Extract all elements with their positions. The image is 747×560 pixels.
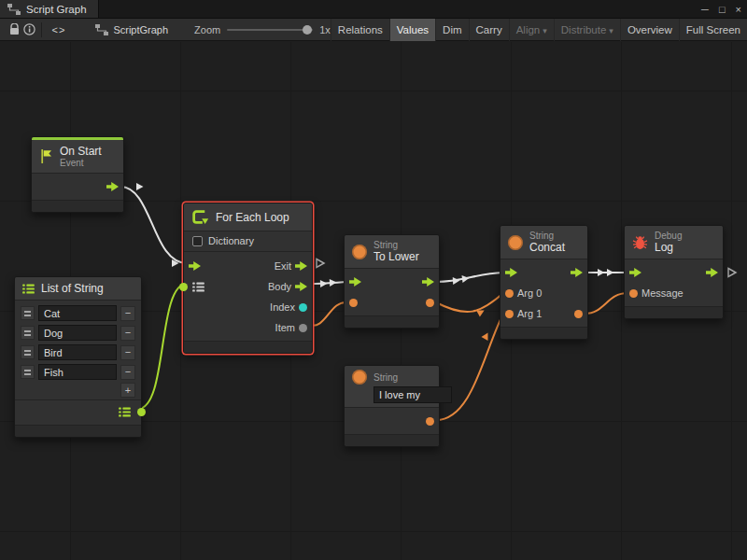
zoom-value: 1x <box>319 24 331 35</box>
arg1-label: Arg 1 <box>517 308 542 319</box>
control-input-port[interactable] <box>349 277 361 287</box>
control-output-port[interactable] <box>706 268 718 277</box>
distribute-label: Distribute <box>561 24 607 35</box>
item-output-port[interactable] <box>299 324 307 332</box>
remove-item-button[interactable]: − <box>120 326 135 341</box>
body-port-label: Body <box>268 281 291 292</box>
node-title: Concat <box>529 241 565 254</box>
item-port-label: Item <box>275 322 295 333</box>
wire-tolower-to-arg0 <box>436 293 503 312</box>
control-input-port[interactable] <box>629 268 641 277</box>
drag-handle[interactable] <box>21 345 35 359</box>
arg1-input-port[interactable] <box>505 310 514 318</box>
zoom-control: Zoom 1x <box>194 24 331 35</box>
fullscreen-button[interactable]: Full Screen <box>679 19 747 41</box>
node-string-literal[interactable]: String <box>344 365 440 447</box>
value-output-port[interactable] <box>426 417 434 426</box>
dictionary-label: Dictionary <box>208 235 254 246</box>
maximize-button[interactable]: □ <box>719 0 726 19</box>
wire-arrowhead <box>330 279 337 287</box>
node-title: To Lower <box>374 250 419 263</box>
node-on-start[interactable]: On Start Event <box>31 136 124 213</box>
index-output-port[interactable] <box>299 303 307 312</box>
wire-arrowhead <box>598 269 605 276</box>
control-output-port[interactable] <box>422 277 434 287</box>
unconnected-port-marker <box>317 259 324 268</box>
list-item-row: − <box>15 303 141 323</box>
overview-button[interactable]: Overview <box>620 19 679 41</box>
script-graph-icon <box>7 4 21 15</box>
collection-input-port[interactable] <box>179 283 188 291</box>
wire-arrowhead <box>607 269 614 276</box>
list-item-input[interactable] <box>38 364 117 380</box>
message-input-port[interactable] <box>629 289 638 298</box>
list-item-input[interactable] <box>38 325 117 341</box>
tab-label: Script Graph <box>26 4 87 15</box>
graph-canvas[interactable]: On Start Event List of String <box>0 42 747 560</box>
info-icon[interactable] <box>21 19 35 41</box>
graph-breadcrumb[interactable]: ScriptGraph <box>95 24 168 35</box>
wire-arrowhead <box>320 280 328 287</box>
string-icon <box>352 245 367 259</box>
node-debug-log[interactable]: Debug Log Message <box>624 225 724 319</box>
value-input-port[interactable] <box>349 299 358 307</box>
wire-body-to-tolower <box>309 282 347 284</box>
node-footer <box>345 315 439 328</box>
exit-output-port[interactable] <box>295 261 307 271</box>
wire-arrowhead <box>476 307 486 317</box>
drag-handle[interactable] <box>21 306 35 320</box>
control-output-port[interactable] <box>571 268 583 277</box>
list-icon <box>22 284 35 294</box>
graph-name: ScriptGraph <box>113 24 168 35</box>
window-controls: ─ □ × <box>701 0 741 19</box>
node-for-each-loop[interactable]: For Each Loop Dictionary Exit Body <box>183 203 313 354</box>
list-item-input[interactable] <box>38 344 117 360</box>
node-footer <box>15 425 141 437</box>
relations-button[interactable]: Relations <box>331 19 389 41</box>
node-category: String <box>374 372 398 383</box>
node-string-concat[interactable]: String Concat Arg 0 Arg 1 <box>500 225 588 340</box>
lock-icon[interactable] <box>7 19 21 41</box>
carry-button[interactable]: Carry <box>469 19 509 41</box>
wire-arrowhead <box>172 259 179 267</box>
add-item-button[interactable]: + <box>120 383 135 398</box>
node-string-to-lower[interactable]: String To Lower <box>344 234 440 329</box>
edit-graph-toggle[interactable]: <> <box>47 24 72 35</box>
list-item-input[interactable] <box>38 305 117 321</box>
list-icon <box>192 282 204 292</box>
list-icon <box>119 407 131 417</box>
drag-handle[interactable] <box>21 326 35 340</box>
result-output-port[interactable] <box>574 310 583 318</box>
wire-onstart-to-foreach <box>120 187 187 263</box>
align-label: Align <box>516 24 541 35</box>
dim-button[interactable]: Dim <box>435 19 468 41</box>
dictionary-checkbox[interactable] <box>192 236 203 246</box>
remove-item-button[interactable]: − <box>120 306 135 321</box>
string-value-input[interactable] <box>374 386 452 403</box>
distribute-button[interactable]: Distribute▾ <box>554 19 620 41</box>
close-button[interactable]: × <box>736 0 741 19</box>
minimize-button[interactable]: ─ <box>701 0 709 19</box>
control-output-port[interactable] <box>106 182 119 191</box>
drag-handle[interactable] <box>21 365 35 379</box>
remove-item-button[interactable]: − <box>120 365 135 380</box>
body-output-port[interactable] <box>295 282 307 291</box>
result-output-port[interactable] <box>426 299 434 307</box>
graph-toolbar: <> ScriptGraph Zoom 1x Relations Values … <box>0 19 747 41</box>
toolbar-buttons: Relations Values Dim Carry Align▾ Distri… <box>331 19 747 41</box>
control-input-port[interactable] <box>505 268 517 277</box>
tab-script-graph[interactable]: Script Graph <box>0 0 99 18</box>
node-title: List of String <box>41 282 104 295</box>
align-button[interactable]: Align▾ <box>509 19 554 41</box>
list-output-port[interactable] <box>137 408 146 416</box>
remove-item-button[interactable]: − <box>120 345 135 360</box>
zoom-label: Zoom <box>194 24 220 35</box>
node-list-of-string[interactable]: List of String − − − <box>14 276 142 438</box>
control-input-port[interactable] <box>189 261 201 271</box>
zoom-slider[interactable] <box>227 29 313 31</box>
values-button[interactable]: Values <box>389 19 435 41</box>
arg0-input-port[interactable] <box>505 289 514 298</box>
graph-asset-icon <box>95 24 108 35</box>
zoom-slider-knob[interactable] <box>303 25 312 35</box>
wire-arrowhead <box>462 274 470 283</box>
